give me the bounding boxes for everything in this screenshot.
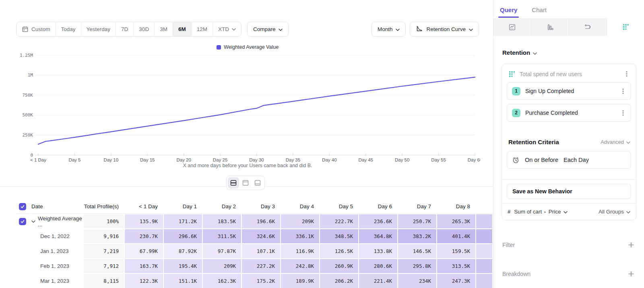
range-30d[interactable]: 30D (133, 22, 154, 36)
retention-value-cell[interactable]: 175.2K (242, 274, 280, 288)
retention-value-cell[interactable]: 195.4K (164, 259, 202, 273)
step-menu-button[interactable] (619, 87, 627, 95)
behavior-step-1[interactable]: 1Sign Up Completed (507, 82, 631, 100)
retention-value-cell[interactable]: 183.5K (203, 214, 241, 228)
retention-value-cell[interactable]: 135.9K (125, 214, 163, 228)
retention-value-cell[interactable]: 336.1K (281, 229, 319, 243)
retention-value-cell[interactable]: 230.7K (125, 229, 163, 243)
chevron-down-icon[interactable] (31, 220, 35, 223)
timing-card[interactable]: On or Before Each Day (507, 151, 631, 169)
retention-value-cell[interactable]: 122.3K (125, 274, 163, 288)
retention-value-cell[interactable]: 87.92K (164, 244, 202, 258)
retention-value-cell[interactable]: 247.3K (437, 274, 475, 288)
retention-value-cell-clipped[interactable] (476, 274, 492, 288)
retention-value-cell[interactable]: 364.8K (359, 229, 397, 243)
retention-value-cell[interactable]: 280.6K (359, 259, 397, 273)
retention-value-cell[interactable]: 348.5K (320, 229, 358, 243)
retention-value-cell[interactable]: 209K (203, 259, 241, 273)
range-xtd[interactable]: XTD (213, 22, 241, 36)
retention-value-cell-clipped[interactable] (476, 244, 492, 258)
row-checkbox-cell[interactable] (16, 214, 31, 228)
range-3m[interactable]: 3M (154, 22, 173, 36)
retention-value-cell[interactable]: 159.5K (437, 244, 475, 258)
total-profiles-cell[interactable]: 8,115 (84, 274, 124, 288)
checkbox-checked[interactable] (19, 218, 26, 225)
behavior-title[interactable]: Total spend of new users (520, 71, 619, 77)
groups-dropdown[interactable]: All Groups (599, 209, 630, 215)
tab-query[interactable]: Query (500, 6, 517, 13)
retention-value-cell[interactable]: 171.2K (164, 214, 202, 228)
step-menu-button[interactable] (619, 109, 627, 117)
range-12m[interactable]: 12M (191, 22, 213, 36)
retention-value-cell[interactable]: 189.9K (281, 274, 319, 288)
retention-value-cell[interactable]: 236.6K (359, 214, 397, 228)
checkbox-checked[interactable] (19, 203, 26, 210)
layout-table-only-button[interactable] (252, 177, 263, 189)
range-today[interactable]: Today (56, 22, 81, 36)
retention-value-cell[interactable]: 250.7K (398, 214, 436, 228)
range-6m[interactable]: 6M (173, 22, 191, 36)
measure-property-dropdown[interactable]: Sum of cart ▸ Price (514, 209, 595, 215)
total-profiles-cell[interactable]: 7,219 (84, 244, 124, 258)
retention-value-cell-clipped[interactable] (476, 214, 492, 228)
retention-value-cell[interactable]: 206.2K (320, 274, 358, 288)
retention-value-cell[interactable]: 222.7K (320, 214, 358, 228)
compare-button[interactable]: Compare (247, 22, 289, 37)
layout-split-view-button[interactable] (228, 177, 239, 189)
retention-line-chart[interactable]: 0250K500K750K1M1.25M< 1 DayDay 5Day 10Da… (15, 51, 480, 164)
save-behavior-button[interactable]: Save as New Behavior (507, 184, 631, 199)
retention-value-cell[interactable]: 221.4K (359, 274, 397, 288)
range-custom[interactable]: Custom (17, 22, 56, 36)
retention-value-cell[interactable]: 265.3K (437, 214, 475, 228)
chart-type-retention-tab[interactable] (607, 18, 644, 36)
total-profiles-cell[interactable]: 7,912 (84, 259, 124, 273)
retention-value-cell[interactable]: 242.8K (281, 259, 319, 273)
add-filter-button[interactable] (627, 241, 635, 249)
chart-style-button[interactable]: Retention Curve (410, 22, 479, 37)
granularity-button[interactable]: Month (372, 22, 406, 37)
retention-value-cell-clipped[interactable] (476, 229, 492, 243)
behavior-menu-button[interactable] (623, 70, 630, 78)
range-yesterday[interactable]: Yesterday (81, 22, 116, 36)
retention-value-cell[interactable]: 383.2K (398, 229, 436, 243)
retention-value-cell[interactable]: 162.3K (203, 274, 241, 288)
layout-chart-only-button[interactable] (240, 177, 251, 189)
retention-value-cell[interactable]: 146.5K (398, 244, 436, 258)
retention-value-cell[interactable]: 133.8K (359, 244, 397, 258)
total-profiles-cell[interactable]: 100% (84, 214, 124, 228)
behavior-step-2[interactable]: 2Purchase Completed (507, 104, 631, 122)
retention-value-cell[interactable]: 296.6K (164, 229, 202, 243)
retention-value-cell[interactable]: 313.5K (437, 259, 475, 273)
retention-value-cell[interactable]: 126.5K (320, 244, 358, 258)
retention-criteria-label: Retention Criteria (508, 139, 601, 145)
tab-chart[interactable]: Chart (532, 6, 547, 13)
chart-type-funnels-tab[interactable] (531, 18, 569, 36)
timing-condition[interactable]: On or Before (525, 157, 558, 163)
retention-value-cell[interactable]: 97.87K (203, 244, 241, 258)
range-7d[interactable]: 7D (116, 22, 133, 36)
total-profiles-cell[interactable]: 9,916 (84, 229, 124, 243)
retention-value-cell[interactable]: 116.9K (281, 244, 319, 258)
retention-value-cell[interactable]: 196.6K (242, 214, 280, 228)
retention-value-cell[interactable]: 163.7K (125, 259, 163, 273)
retention-value-cell[interactable]: 260.9K (320, 259, 358, 273)
retention-value-cell[interactable]: 151.1K (164, 274, 202, 288)
chart-type-insights-tab[interactable] (493, 18, 531, 36)
retention-value-cell-clipped[interactable] (476, 259, 492, 273)
retention-value-cell[interactable]: 295.8K (398, 259, 436, 273)
retention-value-cell[interactable]: 401.4K (437, 229, 475, 243)
chart-legend[interactable]: Weighted Average Value (16, 44, 479, 50)
timing-window[interactable]: Each Day (564, 157, 589, 163)
retention-value-cell[interactable]: 311.5K (203, 229, 241, 243)
retention-value-cell[interactable]: 67.99K (125, 244, 163, 258)
retention-value-cell[interactable]: 209K (281, 214, 319, 228)
retention-value-cell[interactable]: 107.1K (242, 244, 280, 258)
retention-value-cell[interactable]: 324.6K (242, 229, 280, 243)
retention-criteria-row: Retention Criteria Advanced (508, 139, 630, 145)
retention-section-heading[interactable]: Retention (502, 49, 537, 56)
retention-value-cell[interactable]: 227.2K (242, 259, 280, 273)
chart-type-flows-tab[interactable] (569, 18, 607, 36)
criteria-mode-dropdown[interactable]: Advanced (601, 139, 630, 145)
add-breakdown-button[interactable] (627, 270, 635, 278)
retention-value-cell[interactable]: 234K (398, 274, 436, 288)
